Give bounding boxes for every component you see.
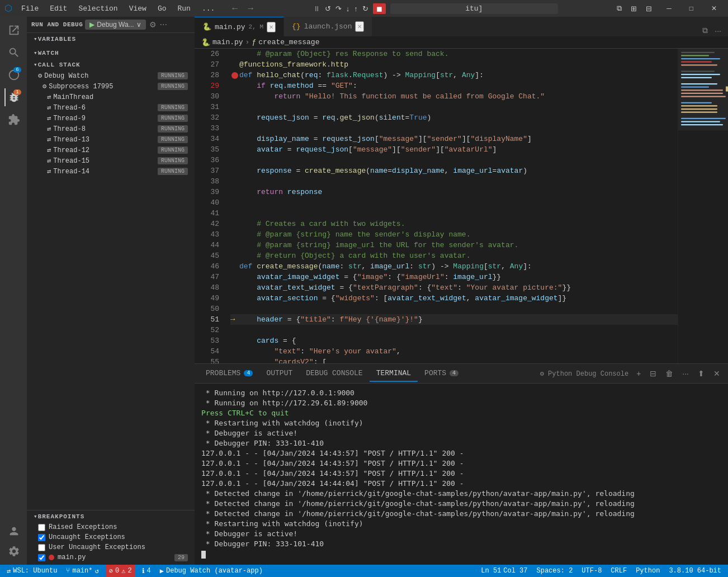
status-info[interactable]: ℹ 4: [140, 567, 153, 575]
menu-run[interactable]: Run: [173, 3, 195, 14]
activity-source-control[interactable]: 6: [4, 66, 22, 84]
debug-control-stepinto[interactable]: ↓: [346, 4, 350, 13]
callstack-thread8[interactable]: ⇄ Thread-8 RUNNING: [27, 124, 195, 134]
terminal-more-btn[interactable]: ···: [679, 368, 692, 379]
uncaught-exceptions-checkbox[interactable]: [38, 534, 45, 541]
menu-bar[interactable]: File Edit Selection View Go Run ...: [17, 3, 219, 14]
terminal-content[interactable]: * Running on http://127.0.0.1:9000 * Run…: [195, 384, 728, 565]
line-numbers: 26 27 28 29 30 31 32 33 34 35 36 37 38 3…: [195, 49, 228, 363]
activity-debug[interactable]: 1: [4, 88, 22, 106]
split-editor-btn[interactable]: ⧉: [613, 3, 625, 14]
code-line-40: [230, 197, 678, 208]
debug-control-pause[interactable]: ⏸: [313, 4, 320, 13]
menu-selection[interactable]: Selection: [74, 3, 122, 14]
callstack-name-0: Debug Watch: [44, 72, 88, 80]
callstack-item-0[interactable]: ⚙ Debug Watch RUNNING: [27, 70, 195, 81]
ports-label: PORTS: [424, 369, 446, 377]
status-encoding[interactable]: UTF-8: [579, 567, 604, 575]
status-debug-watch[interactable]: ▶ Debug Watch (avatar-app): [158, 567, 265, 575]
more-editors-action[interactable]: ···: [712, 25, 724, 36]
mainpy-checkbox[interactable]: [38, 554, 45, 561]
breakpoint-raised[interactable]: Raised Exceptions: [27, 522, 195, 532]
status-wsl[interactable]: ⇄ WSL: Ubuntu: [4, 567, 59, 575]
thread-status-1: RUNNING: [158, 104, 188, 111]
activity-explorer[interactable]: [4, 21, 22, 39]
callstack-thread15[interactable]: ⇄ Thread-15 RUNNING: [27, 155, 195, 166]
minimize-button[interactable]: ─: [660, 2, 678, 15]
user-uncaught-checkbox[interactable]: [38, 544, 45, 551]
breadcrumb-file[interactable]: 🐍 main.py: [201, 38, 243, 47]
status-language[interactable]: Python: [634, 567, 662, 575]
variables-header[interactable]: ▾ VARIABLES: [27, 33, 195, 45]
maximize-button[interactable]: □: [683, 2, 700, 15]
git-branch: main*: [72, 567, 92, 575]
terminal-line-13: * Detected change in '/home/pierrick/git…: [201, 509, 721, 519]
debug-gear-button[interactable]: ⚙: [148, 19, 158, 30]
warning-count: 2: [127, 567, 131, 575]
watch-header[interactable]: ▾ WATCH: [27, 47, 195, 59]
minimap[interactable]: [678, 49, 728, 363]
close-button[interactable]: ✕: [705, 2, 724, 15]
breakpoints-header[interactable]: ▾ BREAKPOINTS: [27, 510, 195, 522]
callstack-mainthread[interactable]: ⇄ MainThread: [27, 92, 195, 102]
menu-file[interactable]: File: [17, 3, 43, 14]
status-python-version[interactable]: 3.8.10 64-bit: [666, 567, 724, 575]
layout-btn[interactable]: ⊞: [627, 3, 640, 14]
debug-control-stepover[interactable]: ↷: [335, 4, 342, 13]
panel-tab-ports[interactable]: PORTS 4: [418, 366, 465, 382]
callstack-thread14[interactable]: ⇄ Thread-14 RUNNING: [27, 166, 195, 177]
status-git[interactable]: ⑂ main* ↺: [64, 567, 101, 575]
menu-view[interactable]: View: [125, 3, 151, 14]
debug-control-refresh[interactable]: ↺: [325, 4, 331, 13]
callstack-thread6[interactable]: ⇄ Thread-6 RUNNING: [27, 102, 195, 113]
menu-go[interactable]: Go: [153, 3, 171, 14]
code-content[interactable]: # @param {Object} res Response to send b…: [228, 49, 678, 363]
callstack-section: ▾ CALL STACK ⚙ Debug Watch RUNNING ⚙ Sub…: [27, 59, 195, 510]
callstack-thread12[interactable]: ⇄ Thread-12 RUNNING: [27, 145, 195, 155]
ln-35: 35: [195, 144, 219, 155]
split-editor-action[interactable]: ⧉: [700, 25, 710, 36]
status-spaces[interactable]: Spaces: 2: [535, 567, 575, 575]
tab-launchjson[interactable]: {} launch.json ✕: [284, 17, 372, 36]
raised-exceptions-checkbox[interactable]: [38, 524, 45, 531]
debug-more-button[interactable]: ···: [160, 20, 167, 30]
debug-run-button[interactable]: ▶ Debug Wa... ∨: [85, 20, 145, 30]
status-ln-col[interactable]: Ln 51 Col 37: [479, 567, 530, 575]
breakpoint-uncaught[interactable]: Uncaught Exceptions: [27, 532, 195, 542]
terminal-trash-btn[interactable]: 🗑: [662, 368, 677, 379]
debug-control-restart[interactable]: ↻: [362, 4, 368, 13]
problems-label: PROBLEMS: [206, 369, 240, 377]
panel-close-btn[interactable]: ✕: [710, 368, 724, 379]
status-errors[interactable]: ⊘ 0 ⚠ 2: [106, 565, 135, 577]
panel-tab-output[interactable]: OUTPUT: [259, 366, 299, 382]
debug-control-stop[interactable]: ◼: [373, 3, 386, 14]
panel-tab-terminal[interactable]: TERMINAL: [370, 366, 418, 382]
tab-launch-close[interactable]: ✕: [355, 21, 364, 32]
panel-tab-problems[interactable]: PROBLEMS 4: [199, 366, 259, 382]
activity-extensions[interactable]: [4, 111, 22, 129]
activity-account[interactable]: [4, 522, 22, 540]
panel-maximize-btn[interactable]: ⬆: [694, 368, 708, 379]
callstack-thread9[interactable]: ⇄ Thread-9 RUNNING: [27, 113, 195, 124]
callstack-header[interactable]: ▾ CALL STACK: [27, 59, 195, 70]
tab-mainpy[interactable]: 🐍 main.py 2, M ✕: [195, 17, 284, 36]
status-eol[interactable]: CRLF: [608, 567, 629, 575]
activity-settings[interactable]: [4, 542, 22, 560]
terminal-split-btn[interactable]: ⊟: [646, 368, 660, 379]
callstack-item-1[interactable]: ⚙ Subprocess 17995 RUNNING: [27, 81, 195, 92]
panels-btn[interactable]: ⊟: [642, 3, 655, 14]
menu-edit[interactable]: Edit: [45, 3, 72, 14]
breakpoint-mainpy[interactable]: main.py 29: [27, 552, 195, 562]
forward-button[interactable]: →: [244, 2, 257, 15]
activity-search[interactable]: [4, 44, 22, 62]
panel-tab-debug-console[interactable]: DEBUG CONSOLE: [299, 366, 369, 382]
back-button[interactable]: ←: [228, 2, 242, 15]
tab-mainpy-close[interactable]: ✕: [267, 22, 276, 32]
terminal-cursor: [201, 551, 206, 559]
debug-control-stepout[interactable]: ↑: [354, 4, 358, 13]
breakpoint-user-uncaught[interactable]: User Uncaught Exceptions: [27, 542, 195, 552]
menu-more[interactable]: ...: [197, 3, 219, 14]
breadcrumb-symbol[interactable]: ƒ create_message: [252, 38, 319, 46]
new-terminal-btn[interactable]: +: [633, 368, 644, 379]
callstack-thread13[interactable]: ⇄ Thread-13 RUNNING: [27, 134, 195, 145]
